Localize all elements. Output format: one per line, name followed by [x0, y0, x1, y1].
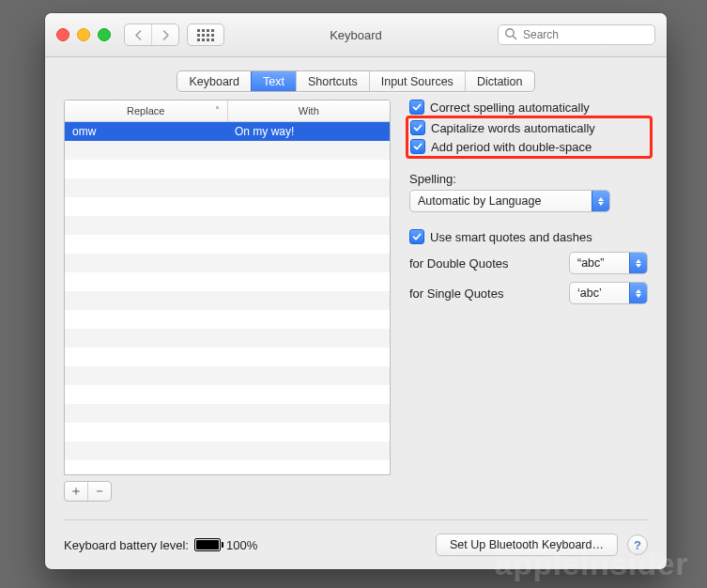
zoom-window-button[interactable]	[98, 28, 111, 41]
svg-line-1	[513, 36, 515, 39]
column-header-label: Replace	[127, 105, 164, 116]
add-remove-control: ＋ －	[64, 481, 112, 502]
cell-with: On my way!	[227, 122, 390, 141]
correct-spelling-row[interactable]: Correct spelling automatically	[409, 100, 648, 115]
select-stepper-icon	[629, 253, 647, 273]
tab-text[interactable]: Text	[251, 71, 296, 91]
tab-dictation[interactable]: Dictation	[465, 71, 534, 91]
table-row[interactable]: omwOn my way!	[65, 122, 390, 141]
table-row-empty[interactable]	[65, 348, 390, 366]
table-row-empty[interactable]	[65, 235, 390, 254]
table-row-empty[interactable]	[65, 272, 390, 291]
table-row-empty[interactable]	[65, 310, 390, 329]
options-panel: Correct spelling automatically Capitaliz…	[409, 100, 648, 502]
spelling-select[interactable]: Automatic by Language	[409, 190, 610, 212]
single-quotes-row: for Single Quotes ‘abc’	[409, 282, 648, 304]
close-window-button[interactable]	[56, 28, 69, 41]
checkbox-label: Use smart quotes and dashes	[430, 230, 592, 244]
table-row-empty[interactable]	[65, 404, 390, 423]
battery-status: Keyboard battery level: 100%	[64, 538, 257, 552]
titlebar: Keyboard	[45, 13, 667, 57]
table-header: Replace ˄ With	[65, 101, 390, 122]
table-row-empty[interactable]	[65, 254, 390, 272]
table-row-empty[interactable]	[65, 216, 390, 235]
single-quotes-select[interactable]: ‘abc’	[569, 282, 648, 304]
tab-bar: KeyboardTextShortcutsInput SourcesDictat…	[45, 70, 667, 92]
table-row-empty[interactable]	[65, 141, 390, 160]
add-button[interactable]: ＋	[65, 482, 87, 501]
table-row-empty[interactable]	[65, 366, 390, 385]
remove-button[interactable]: －	[87, 482, 111, 501]
select-value: “abc”	[570, 256, 629, 270]
checkbox-label: Add period with double-space	[431, 140, 592, 154]
battery-percent: 100%	[226, 538, 257, 552]
replacements-panel: Replace ˄ With omwOn my way! ＋ －	[64, 100, 391, 502]
checkbox-checked-icon	[410, 120, 425, 135]
checkbox-label: Capitalize words automatically	[431, 121, 595, 135]
spelling-label: Spelling:	[409, 172, 648, 186]
back-button[interactable]	[125, 24, 151, 45]
cell-replace: omw	[65, 122, 227, 141]
battery-icon	[194, 538, 221, 551]
battery-label: Keyboard battery level:	[64, 538, 189, 552]
select-stepper-icon	[629, 283, 647, 303]
add-period-row[interactable]: Add period with double-space	[410, 139, 646, 154]
table-row-empty[interactable]	[65, 160, 390, 178]
table-row-empty[interactable]	[65, 178, 390, 197]
help-button[interactable]: ?	[627, 534, 648, 555]
double-quotes-select[interactable]: “abc”	[569, 252, 648, 274]
select-value: ‘abc’	[570, 286, 629, 300]
capitalize-row[interactable]: Capitalize words automatically	[410, 120, 646, 135]
table-row-empty[interactable]	[65, 291, 390, 310]
select-stepper-icon	[592, 191, 609, 211]
double-quotes-label: for Double Quotes	[409, 256, 509, 271]
minimize-window-button[interactable]	[77, 28, 90, 41]
search-field-wrap	[498, 24, 655, 45]
highlight-annotation: Capitalize words automatically Add perio…	[406, 116, 653, 159]
replacements-table[interactable]: Replace ˄ With omwOn my way!	[64, 100, 391, 475]
content-area: Replace ˄ With omwOn my way! ＋ －	[64, 100, 648, 502]
tab-shortcuts[interactable]: Shortcuts	[296, 71, 369, 91]
column-header-label: With	[299, 105, 319, 116]
smart-quotes-row[interactable]: Use smart quotes and dashes	[409, 229, 648, 244]
button-label: Set Up Bluetooth Keyboard…	[450, 538, 604, 551]
sort-indicator-icon: ˄	[215, 105, 220, 116]
double-quotes-row: for Double Quotes “abc”	[409, 252, 648, 274]
column-header-replace[interactable]: Replace ˄	[65, 101, 228, 121]
footer: Keyboard battery level: 100% Set Up Blue…	[64, 519, 648, 556]
tab-keyboard[interactable]: Keyboard	[177, 71, 251, 91]
column-header-with[interactable]: With	[228, 101, 391, 121]
checkbox-checked-icon	[409, 229, 424, 244]
search-icon	[504, 27, 517, 43]
preferences-window: Keyboard KeyboardTextShortcutsInput Sour…	[45, 13, 667, 569]
nav-back-forward	[124, 23, 179, 46]
table-row-empty[interactable]	[65, 197, 390, 216]
tab-input-sources[interactable]: Input Sources	[369, 71, 465, 91]
table-row-empty[interactable]	[65, 441, 390, 460]
table-body: omwOn my way!	[65, 122, 390, 475]
forward-button[interactable]	[151, 24, 178, 45]
checkbox-checked-icon	[409, 100, 424, 115]
checkbox-checked-icon	[410, 139, 425, 154]
show-all-button[interactable]	[187, 23, 224, 46]
bluetooth-setup-button[interactable]: Set Up Bluetooth Keyboard…	[436, 534, 618, 556]
table-row-empty[interactable]	[65, 329, 390, 348]
search-input[interactable]	[498, 24, 655, 45]
table-row-empty[interactable]	[65, 423, 390, 441]
single-quotes-label: for Single Quotes	[409, 286, 503, 301]
select-value: Automatic by Language	[410, 194, 592, 208]
checkbox-label: Correct spelling automatically	[430, 101, 590, 115]
window-controls	[56, 28, 111, 41]
grid-icon	[197, 29, 214, 41]
table-row-empty[interactable]	[65, 385, 390, 404]
